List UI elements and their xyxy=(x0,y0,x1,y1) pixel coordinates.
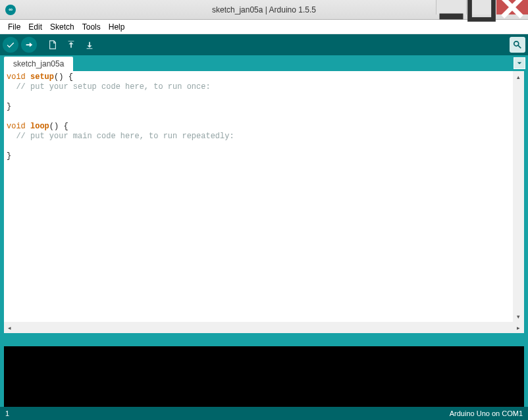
check-icon xyxy=(6,40,15,49)
tab-sketch[interactable]: sketch_jan05a xyxy=(4,57,73,71)
scroll-down-icon[interactable]: ▾ xyxy=(513,311,524,322)
code-keyword: void xyxy=(7,72,26,82)
line-number: 1 xyxy=(5,409,9,417)
footer-bar: 1 Arduino Uno on COM1 xyxy=(0,407,528,420)
tab-bar: sketch_jan05a xyxy=(0,55,528,71)
title-bar: ∞ sketch_jan05a | Arduino 1.5.5 xyxy=(0,0,528,20)
menu-help[interactable]: Help xyxy=(105,21,129,33)
maximize-button[interactable] xyxy=(466,0,496,14)
menu-file[interactable]: File xyxy=(4,21,24,33)
svg-rect-0 xyxy=(440,13,463,19)
menu-sketch[interactable]: Sketch xyxy=(46,21,78,33)
scroll-up-icon[interactable]: ▴ xyxy=(513,71,524,82)
code-comment: // put your setup code here, to run once… xyxy=(7,82,211,92)
menu-tools[interactable]: Tools xyxy=(78,21,105,33)
toolbar xyxy=(0,34,528,55)
arrow-down-icon xyxy=(85,40,94,49)
code-text: () { xyxy=(54,72,73,82)
magnifier-icon xyxy=(513,40,522,49)
file-icon xyxy=(48,40,57,49)
close-button[interactable] xyxy=(496,0,528,14)
scroll-left-icon[interactable]: ◂ xyxy=(4,322,15,333)
chevron-down-icon xyxy=(517,61,522,66)
svg-line-5 xyxy=(518,45,521,48)
code-function: setup xyxy=(30,72,54,82)
new-button[interactable] xyxy=(45,37,61,53)
window-controls xyxy=(436,0,528,14)
code-text: } xyxy=(7,102,11,111)
arrow-right-icon xyxy=(24,40,34,49)
board-port-info: Arduino Uno on COM1 xyxy=(450,409,523,417)
svg-point-4 xyxy=(514,41,519,46)
horizontal-scrollbar[interactable]: ◂ ▸ xyxy=(4,322,524,333)
editor-area: void setup() { // put your setup code he… xyxy=(0,71,528,333)
code-keyword: void xyxy=(7,122,26,131)
arduino-app-icon: ∞ xyxy=(5,5,16,15)
vertical-scrollbar[interactable]: ▴ ▾ xyxy=(513,71,524,322)
status-strip xyxy=(0,333,528,346)
code-text: () { xyxy=(49,122,68,131)
menu-edit[interactable]: Edit xyxy=(24,21,46,33)
code-comment: // put your main code here, to run repea… xyxy=(7,132,234,141)
verify-button[interactable] xyxy=(3,37,18,53)
serial-monitor-button[interactable] xyxy=(510,37,525,53)
save-button[interactable] xyxy=(82,37,97,53)
arrow-up-icon xyxy=(66,40,76,49)
code-text: } xyxy=(7,151,11,161)
tab-menu-button[interactable] xyxy=(514,57,525,69)
console-output[interactable] xyxy=(0,346,528,407)
code-function: loop xyxy=(30,122,49,131)
open-button[interactable] xyxy=(63,37,79,53)
minimize-button[interactable] xyxy=(436,0,466,14)
scroll-right-icon[interactable]: ▸ xyxy=(513,322,524,333)
code-editor[interactable]: void setup() { // put your setup code he… xyxy=(4,71,524,163)
svg-rect-1 xyxy=(470,0,494,19)
upload-button[interactable] xyxy=(21,37,37,53)
